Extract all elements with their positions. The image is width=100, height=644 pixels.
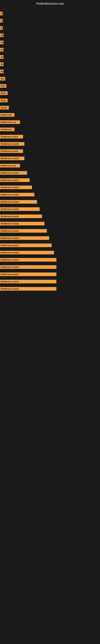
bar-label: Bottleneck result: [0, 178, 30, 182]
bar-row: B: [0, 25, 100, 31]
bar-row: Bo: [0, 47, 100, 53]
bar-row: Bottleneck resul: [0, 148, 100, 154]
bar-row: Bottleneck result: [0, 141, 100, 147]
bar-chart-container: BBBBoBoBoBoBoBoBotBottBottlBottlBottleBo…: [0, 7, 100, 295]
bar-row: Bottleneck result: [0, 206, 100, 212]
bar-label: Bottleneck resul: [0, 149, 23, 153]
bar-row: Bottleneck result: [0, 257, 100, 263]
bar-label: Bottleneck result: [0, 287, 56, 290]
bar-label: Bottleneck result: [0, 200, 37, 204]
bar-label: Bottleneck result: [0, 280, 56, 283]
bar-row: B: [0, 10, 100, 16]
bar-row: Bottleneck result: [0, 250, 100, 256]
bar-row: B: [0, 18, 100, 24]
bar-row: Bot: [0, 76, 100, 82]
bar-label: Bo: [0, 62, 3, 66]
site-title: TheBottlenecker.com: [0, 0, 100, 7]
bar-label: Bottleneck result: [0, 222, 44, 226]
bar-label: Bottleneck: [0, 113, 14, 117]
bar-row: Bottleneck result: [0, 286, 100, 292]
bar-label: Bott: [0, 84, 6, 88]
bar-row: Bottleneck result: [0, 199, 100, 205]
bar-row: Bottl: [0, 90, 100, 96]
bar-label: Bo: [0, 48, 3, 52]
bar-row: Bottleneck result: [0, 228, 100, 234]
bar-row: Bottleneck result: [0, 264, 100, 270]
bar-label: Bottleneck result: [0, 258, 56, 262]
bar-row: Bottleneck result: [0, 271, 100, 277]
bar-row: Bottleneck result: [0, 192, 100, 198]
bar-label: Bottleneck result: [0, 214, 42, 218]
bar-row: Bottleneck result: [0, 170, 100, 176]
bar-label: B: [0, 12, 3, 15]
bar-label: Bottl: [0, 98, 8, 102]
bar-row: Bottleneck result: [0, 155, 100, 162]
bar-label: Bottleneck: [0, 128, 14, 131]
bar-row: Bottleneck result: [0, 220, 100, 226]
bar-row: Bo: [0, 68, 100, 74]
bar-label: Bottleneck result: [0, 265, 56, 269]
bar-label: Bottleneck result: [0, 171, 27, 175]
bar-label: Bottleneck result: [0, 142, 24, 146]
bar-row: Bottleneck result: [0, 177, 100, 183]
bar-label: Bo: [0, 34, 3, 37]
bar-label: B: [0, 26, 3, 30]
bar-label: Bottleneck result: [0, 244, 51, 247]
bar-label: Bottl: [0, 91, 8, 95]
bar-label: Bot: [0, 77, 5, 80]
bar-label: Bo: [0, 41, 3, 44]
bar-row: Bottleneck resul: [0, 134, 100, 140]
bar-label: Bottleneck result: [0, 193, 34, 196]
bar-row: Bottleneck result: [0, 278, 100, 284]
bar-label: Bottleneck result: [0, 272, 56, 276]
bar-row: Bottleneck res: [0, 162, 100, 169]
bar-label: Bo: [0, 55, 3, 59]
bar-row: Bo: [0, 61, 100, 67]
bar-row: Bottleneck result: [0, 184, 100, 190]
bar-row: Bottleneck res: [0, 119, 100, 125]
bar-label: Bo: [0, 70, 3, 73]
bar-label: Bottleneck result: [0, 236, 49, 240]
bar-label: Bottle: [0, 106, 9, 110]
bar-row: Bottle: [0, 105, 100, 111]
bar-row: Bottleneck result: [0, 242, 100, 248]
bar-label: Bottleneck result: [0, 207, 40, 211]
bar-label: Bottleneck result: [0, 251, 54, 254]
bar-row: Bo: [0, 32, 100, 38]
bar-row: Bottleneck: [0, 112, 100, 118]
bar-row: Bottleneck result: [0, 213, 100, 219]
bar-label: Bottleneck res: [0, 120, 20, 124]
bar-row: Bott: [0, 83, 100, 89]
bar-row: Bo: [0, 54, 100, 60]
bar-label: B: [0, 19, 3, 22]
bar-row: Bottleneck: [0, 126, 100, 132]
bar-row: Bottleneck result: [0, 235, 100, 241]
bar-label: Bottleneck res: [0, 164, 20, 168]
bar-label: Bottleneck result: [0, 229, 47, 233]
bar-row: Bo: [0, 40, 100, 46]
bar-row: Bottl: [0, 98, 100, 104]
bar-label: Bottleneck resul: [0, 135, 23, 138]
bar-label: Bottleneck result: [0, 156, 24, 160]
bar-label: Bottleneck result: [0, 186, 32, 189]
